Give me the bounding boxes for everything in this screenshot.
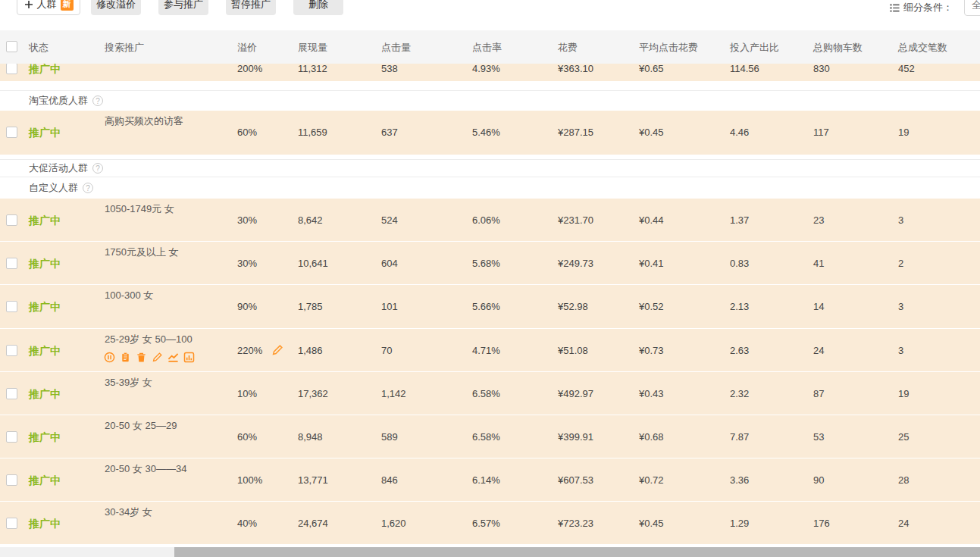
crowd-name: 35-39岁 女: [105, 377, 152, 389]
cell-clicks: 101: [381, 300, 398, 314]
row-checkbox[interactable]: [6, 345, 17, 356]
line-chart-icon[interactable]: [168, 352, 179, 363]
cell-orders: 28: [898, 474, 909, 487]
crowd-name: 25-29岁 女 50—100: [105, 333, 193, 346]
cell-cost: ¥723.23: [558, 517, 593, 530]
cell-impressions: 8,642: [298, 214, 323, 227]
cell-avg_cost: ¥0.73: [639, 344, 664, 358]
cell-ctr: 4.71%: [472, 344, 500, 358]
status-badge: 推广中: [29, 64, 61, 76]
crowd-group-label: 自定义人群?: [29, 181, 93, 195]
row-checkbox[interactable]: [6, 474, 17, 486]
cell-impressions: 8,948: [298, 430, 323, 444]
pencil-icon[interactable]: [152, 352, 163, 363]
row-checkbox[interactable]: [6, 127, 17, 138]
cell-cost: ¥607.53: [558, 474, 593, 487]
cell-ctr: 5.46%: [472, 126, 500, 139]
edit-premium-icon[interactable]: [271, 344, 283, 356]
cell-premium: 60%: [237, 126, 257, 139]
cell-avg_cost: ¥0.68: [639, 430, 664, 444]
cell-clicks: 1,620: [381, 517, 406, 530]
row-checkbox[interactable]: [6, 431, 17, 443]
cell-roi: 2.63: [730, 344, 749, 358]
cell-impressions: 1,785: [298, 300, 323, 314]
cell-avg_cost: ¥0.41: [639, 257, 664, 271]
cell-avg_cost: ¥0.65: [639, 64, 664, 76]
status-badge: 推广中: [29, 214, 61, 227]
cell-roi: 3.36: [730, 474, 749, 487]
cell-premium: 40%: [237, 517, 257, 530]
cell-cost: ¥249.73: [558, 257, 593, 271]
status-badge: 推广中: [29, 257, 61, 271]
status-badge: 推广中: [29, 344, 61, 358]
crowd-name: 1750元及以上 女: [105, 246, 179, 258]
cell-ctr: 5.68%: [472, 257, 500, 271]
cell-impressions: 17,362: [298, 387, 328, 401]
cell-carts: 14: [813, 300, 824, 314]
cell-carts: 90: [813, 474, 824, 487]
help-icon[interactable]: ?: [83, 183, 93, 193]
cell-roi: 2.13: [730, 300, 749, 314]
crowd-group-name: 大促活动人群: [29, 161, 88, 175]
crowd-group-name: 自定义人群: [29, 181, 78, 195]
cell-avg_cost: ¥0.45: [639, 517, 664, 530]
cell-ctr: 6.58%: [472, 387, 500, 401]
cell-avg_cost: ¥0.72: [639, 474, 664, 487]
cell-carts: 23: [813, 214, 824, 227]
status-badge: 推广中: [29, 474, 61, 487]
help-icon[interactable]: ?: [92, 163, 103, 174]
table-body: 推广中200%11,3125384.93%¥363.10¥0.65114.568…: [0, 0, 980, 557]
cell-ctr: 6.14%: [472, 474, 500, 487]
cell-impressions: 13,771: [298, 474, 328, 487]
bar-chart-icon[interactable]: [183, 352, 195, 363]
row-checkbox[interactable]: [6, 258, 17, 269]
cell-clicks: 589: [381, 430, 398, 444]
clipboard-icon[interactable]: [120, 352, 131, 363]
cell-premium: 90%: [237, 300, 257, 314]
crowd-group-label: 大促活动人群?: [29, 161, 103, 175]
row-checkbox[interactable]: [6, 388, 17, 399]
crowd-group-row: 自定义人群?: [0, 177, 980, 198]
cell-carts: 117: [813, 126, 829, 139]
cell-orders: 24: [898, 517, 909, 530]
status-badge: 推广中: [29, 300, 61, 314]
crowd-name: 100-300 女: [105, 289, 153, 302]
crowd-group-label: 淘宝优质人群?: [29, 94, 103, 108]
cell-clicks: 70: [381, 344, 392, 358]
pause-icon[interactable]: [104, 352, 115, 363]
crowd-name: 20-50 女 30——34: [105, 463, 186, 475]
cell-carts: 41: [813, 257, 824, 271]
row-checkbox[interactable]: [6, 518, 17, 529]
cell-impressions: 1,486: [298, 344, 323, 358]
table-row: 推广中200%11,3125384.93%¥363.10¥0.65114.568…: [0, 64, 980, 81]
cell-orders: 19: [898, 387, 909, 401]
cell-ctr: 4.93%: [472, 64, 500, 76]
cell-orders: 19: [898, 126, 909, 139]
row-checkbox[interactable]: [6, 214, 17, 226]
cell-cost: ¥51.08: [558, 344, 588, 358]
cell-premium: 30%: [237, 257, 257, 271]
crowd-group-row: 大促活动人群?: [0, 159, 980, 177]
table-row: 推广中20-50 女 25—2960%8,9485896.58%¥399.91¥…: [0, 415, 980, 458]
scrollbar-thumb[interactable]: [174, 547, 980, 557]
cell-roi: 7.87: [730, 430, 749, 444]
status-badge: 推广中: [29, 126, 61, 139]
cell-ctr: 6.06%: [472, 214, 500, 227]
trash-icon[interactable]: [136, 352, 147, 363]
row-checkbox[interactable]: [6, 301, 17, 312]
row-checkbox[interactable]: [6, 64, 17, 74]
cell-cost: ¥399.91: [558, 430, 593, 444]
cell-avg_cost: ¥0.52: [639, 300, 664, 314]
cell-impressions: 11,659: [298, 126, 327, 139]
cell-ctr: 6.58%: [472, 430, 500, 444]
help-icon[interactable]: ?: [92, 95, 103, 106]
cell-roi: 114.56: [730, 64, 759, 76]
table-row: 推广中100-300 女90%1,7851015.66%¥52.98¥0.522…: [0, 285, 980, 328]
cell-cost: ¥492.97: [558, 387, 593, 401]
status-badge: 推广中: [29, 387, 61, 401]
row-action-icons: [104, 352, 195, 363]
horizontal-scrollbar[interactable]: [0, 547, 980, 557]
cell-roi: 4.46: [730, 126, 749, 139]
crowd-name: 30-34岁 女: [105, 506, 152, 518]
cell-impressions: 10,641: [298, 257, 328, 271]
